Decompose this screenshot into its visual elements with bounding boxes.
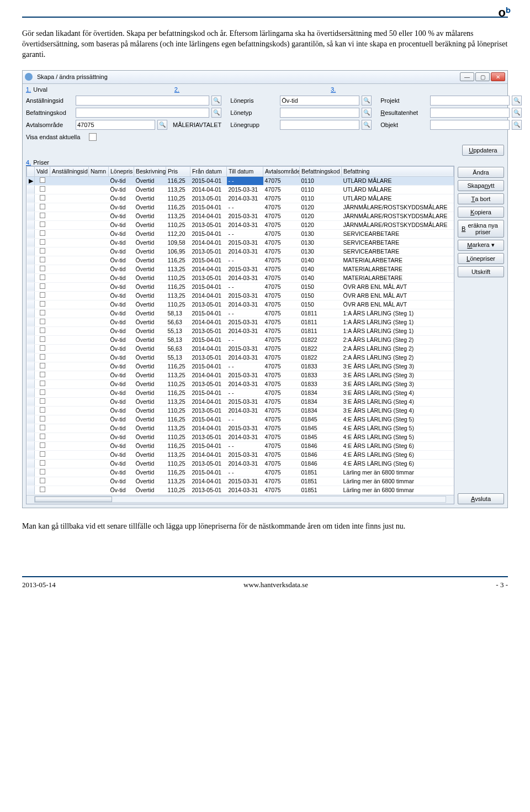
row-checkbox[interactable] — [40, 336, 45, 342]
row-checkbox[interactable] — [40, 434, 45, 439]
row-checkbox[interactable] — [40, 222, 45, 227]
row-checkbox[interactable] — [40, 248, 45, 254]
input-lonetyp[interactable] — [280, 108, 359, 118]
table-row[interactable]: Öv-tidÖvertid58,132015-04-01- -470750181… — [27, 309, 454, 318]
checkbox-visa-endast[interactable] — [89, 133, 97, 141]
row-checkbox[interactable] — [40, 257, 45, 262]
table-row[interactable]: Öv-tidÖvertid113,252014-04-012015-03-314… — [27, 212, 454, 220]
table-row[interactable]: Öv-tidÖvertid110,252013-05-012014-03-314… — [27, 220, 454, 229]
row-checkbox[interactable] — [40, 195, 45, 201]
table-row[interactable]: Öv-tidÖvertid110,252013-05-012014-03-314… — [27, 194, 454, 203]
kopiera-button[interactable]: Kopiera — [458, 207, 504, 218]
ta-bort-button[interactable]: Ta bort — [458, 193, 504, 204]
row-checkbox[interactable] — [40, 469, 45, 474]
table-row[interactable]: Öv-tidÖvertid56,632014-04-012015-03-3147… — [27, 344, 454, 353]
uppdatera-button[interactable]: Uppdatera — [462, 145, 504, 156]
lookup-icon[interactable]: 🔍 — [211, 96, 221, 106]
input-lonepris[interactable] — [280, 96, 359, 106]
lookup-icon[interactable]: 🔍 — [362, 96, 372, 106]
table-row[interactable]: Öv-tidÖvertid106,952013-05-012014-03-314… — [27, 247, 454, 256]
row-checkbox[interactable] — [40, 319, 45, 324]
row-checkbox[interactable] — [40, 442, 45, 448]
table-row[interactable]: Öv-tidÖvertid113,252014-04-012015-03-314… — [27, 424, 454, 433]
row-checkbox[interactable] — [40, 177, 45, 183]
table-row[interactable]: Öv-tidÖvertid110,252013-05-012014-03-314… — [27, 273, 454, 282]
close-button[interactable]: ✕ — [491, 72, 505, 81]
input-avtalsomrade[interactable] — [76, 120, 155, 130]
row-checkbox[interactable] — [40, 416, 45, 421]
row-checkbox[interactable] — [40, 186, 45, 192]
table-row[interactable]: Öv-tidÖvertid113,252014-04-012015-03-314… — [27, 265, 454, 273]
table-row[interactable]: Öv-tidÖvertid110,252013-05-012014-03-314… — [27, 486, 454, 494]
lookup-icon[interactable]: 🔍 — [211, 108, 221, 118]
lookup-icon[interactable]: 🔍 — [512, 108, 522, 118]
row-checkbox[interactable] — [40, 213, 45, 218]
row-checkbox[interactable] — [40, 354, 45, 360]
berakna-button[interactable]: Beräkna nya priser — [458, 220, 504, 238]
lookup-icon[interactable]: 🔍 — [512, 96, 522, 106]
input-anstallningsid[interactable] — [76, 96, 209, 106]
input-lonegrupp[interactable] — [280, 120, 359, 130]
row-checkbox[interactable] — [40, 328, 45, 333]
column-header[interactable]: Till datum — [227, 166, 263, 176]
input-befattningskod[interactable] — [76, 108, 209, 118]
row-checkbox[interactable] — [40, 292, 45, 298]
row-checkbox[interactable] — [40, 425, 45, 430]
column-header[interactable]: Beskrivning — [134, 166, 166, 176]
table-row[interactable]: Öv-tidÖvertid55,132013-05-012014-03-3147… — [27, 353, 454, 362]
row-checkbox[interactable] — [40, 310, 45, 315]
table-row[interactable]: Öv-tidÖvertid110,252013-05-012014-03-314… — [27, 406, 454, 415]
table-row[interactable]: Öv-tidÖvertid110,252013-05-012014-03-314… — [27, 433, 454, 441]
avsluta-button[interactable]: Avsluta — [458, 493, 504, 504]
column-header[interactable]: Lönepris — [109, 166, 134, 176]
input-objekt[interactable] — [430, 120, 510, 130]
table-row[interactable]: Öv-tidÖvertid113,252014-04-012015-03-314… — [27, 477, 454, 486]
column-header[interactable]: Avtalsområde — [263, 166, 300, 176]
row-checkbox[interactable] — [40, 451, 45, 457]
table-row[interactable]: Öv-tidÖvertid116,252015-04-01- -47075015… — [27, 282, 454, 291]
table-row[interactable]: Öv-tidÖvertid116,252015-04-01- -47075018… — [27, 415, 454, 424]
skapa-nytt-button[interactable]: Skapa nytt — [458, 180, 504, 191]
table-row[interactable]: ▶Öv-tidÖvertid116,252015-04-01- -4707501… — [27, 176, 454, 185]
input-resultatenhet[interactable] — [430, 108, 510, 118]
lookup-icon[interactable]: 🔍 — [157, 120, 167, 130]
table-row[interactable]: Öv-tidÖvertid55,132013-05-012014-03-3147… — [27, 326, 454, 335]
table-row[interactable]: Öv-tidÖvertid113,252014-04-012015-03-314… — [27, 185, 454, 194]
row-checkbox[interactable] — [40, 204, 45, 209]
column-header[interactable]: Anställningsid — [50, 166, 89, 176]
row-checkbox[interactable] — [40, 398, 45, 404]
markera-button[interactable]: Markera ▾ — [458, 240, 504, 251]
column-header[interactable]: Pris — [166, 166, 190, 176]
table-row[interactable]: Öv-tidÖvertid113,252014-04-012015-03-314… — [27, 450, 454, 459]
row-checkbox[interactable] — [40, 283, 45, 289]
table-row[interactable]: Öv-tidÖvertid113,252014-04-012015-03-314… — [27, 397, 454, 406]
utskrift-button[interactable]: Utskrift — [458, 266, 504, 277]
row-checkbox[interactable] — [40, 487, 45, 492]
row-checkbox[interactable] — [40, 266, 45, 271]
row-checkbox[interactable] — [40, 478, 45, 483]
column-header[interactable]: Från datum — [190, 166, 227, 176]
column-header[interactable]: Befattningskod — [300, 166, 342, 176]
row-checkbox[interactable] — [40, 363, 45, 368]
lookup-icon[interactable]: 🔍 — [362, 120, 372, 130]
table-row[interactable]: Öv-tidÖvertid110,252013-05-012014-03-314… — [27, 300, 454, 309]
row-checkbox[interactable] — [40, 381, 45, 386]
row-checkbox[interactable] — [40, 460, 45, 466]
lookup-icon[interactable]: 🔍 — [512, 120, 522, 130]
row-checkbox[interactable] — [40, 230, 45, 236]
row-checkbox[interactable] — [40, 275, 45, 280]
row-checkbox[interactable] — [40, 301, 45, 307]
lonepriser-button[interactable]: Lönepriser — [458, 253, 504, 264]
column-header[interactable]: Befattning — [342, 166, 454, 176]
horizontal-scrollbar[interactable] — [26, 495, 454, 504]
table-row[interactable]: Öv-tidÖvertid113,252014-04-012015-03-314… — [27, 291, 454, 300]
column-header[interactable]: Namn — [89, 166, 109, 176]
minimize-button[interactable]: — — [460, 72, 474, 81]
row-checkbox[interactable] — [40, 345, 45, 351]
table-row[interactable]: Öv-tidÖvertid58,132015-04-01- -470750182… — [27, 335, 454, 344]
table-row[interactable]: Öv-tidÖvertid112,202015-04-01- -47075013… — [27, 229, 454, 238]
andra-button[interactable]: Ändra — [458, 167, 504, 178]
lookup-icon[interactable]: 🔍 — [362, 108, 372, 118]
column-header[interactable]: Vald — [35, 166, 50, 176]
table-row[interactable]: Öv-tidÖvertid110,252013-05-012014-03-314… — [27, 379, 454, 388]
